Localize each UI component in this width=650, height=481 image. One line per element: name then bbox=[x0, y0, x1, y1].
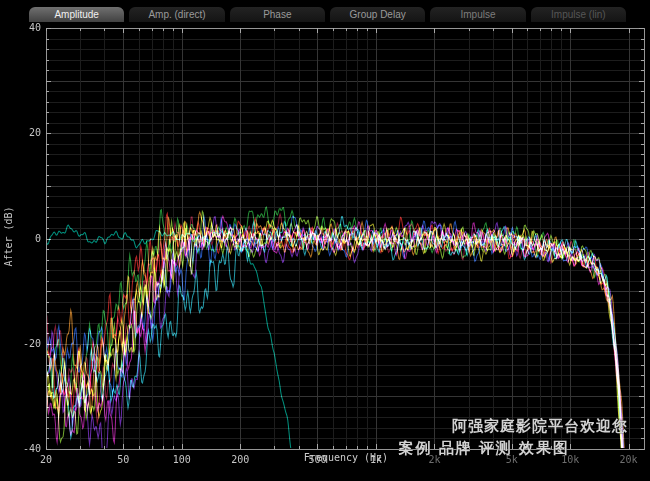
x-tick-label: 50 bbox=[117, 454, 129, 465]
y-tick-label: -40 bbox=[23, 443, 41, 454]
y-tick-label: 40 bbox=[29, 22, 41, 33]
frequency-response-plot[interactable] bbox=[0, 0, 650, 481]
x-tick-label: 100 bbox=[173, 454, 191, 465]
x-tick-label: 20k bbox=[620, 454, 638, 465]
y-tick-label: -20 bbox=[23, 338, 41, 349]
watermark-line2: 案例 品牌 评测 效果图 bbox=[398, 439, 570, 458]
measurement-app-window: Amplitude Amp. (direct) Phase Group Dela… bbox=[0, 0, 650, 481]
watermark-line1: 阿强家庭影院平台欢迎您 bbox=[452, 417, 628, 436]
y-tick-label: 20 bbox=[29, 127, 41, 138]
x-tick-label: 20 bbox=[40, 454, 52, 465]
y-tick-label: 0 bbox=[35, 233, 41, 244]
y-axis-title: After (dB) bbox=[3, 202, 14, 272]
